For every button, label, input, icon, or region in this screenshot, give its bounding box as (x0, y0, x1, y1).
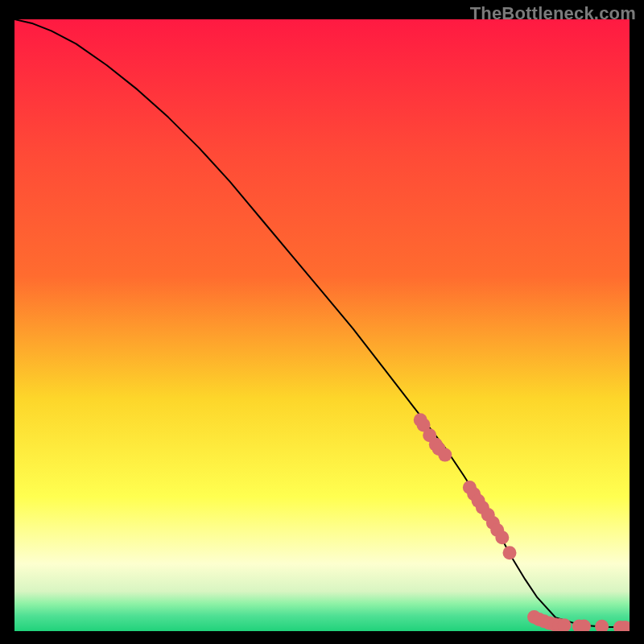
chart-plot (14, 19, 630, 631)
svg-rect-0 (14, 19, 630, 631)
data-point (495, 530, 509, 544)
data-point (503, 546, 517, 559)
data-point (438, 448, 452, 462)
chart-svg (14, 19, 630, 631)
chart-frame: TheBottleneck.com (0, 0, 644, 644)
